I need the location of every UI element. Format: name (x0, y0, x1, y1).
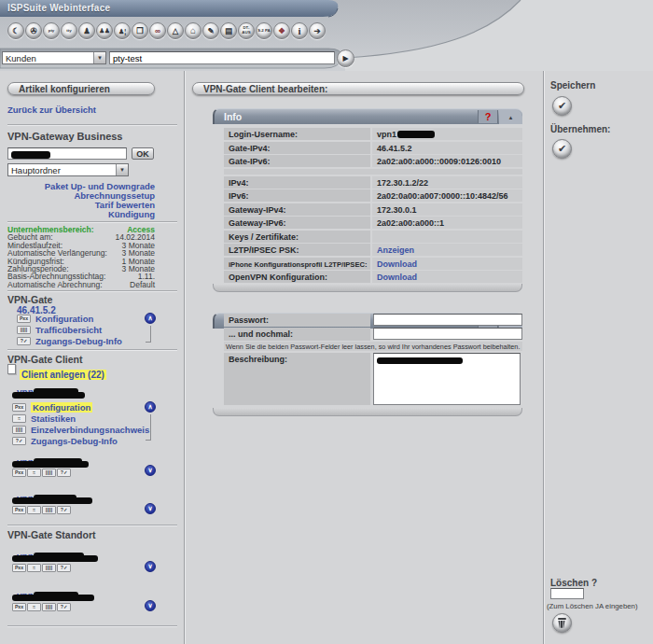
help-button[interactable]: ? (478, 110, 498, 123)
trash-icon (558, 618, 566, 628)
pair-icon[interactable]: ∞ (149, 22, 166, 39)
redacted-value (12, 497, 92, 504)
config-icon[interactable]: Pxx (12, 469, 26, 477)
left-divider (184, 71, 185, 644)
expand-down-icon[interactable]: ∨ (145, 503, 156, 514)
debug-icon[interactable]: ?✓ (57, 564, 71, 572)
password-field[interactable] (373, 314, 522, 326)
collapse-up-icon[interactable]: ∧ (145, 401, 156, 413)
apply-button[interactable]: ✔ (552, 139, 572, 159)
download-link[interactable]: Download (372, 258, 522, 270)
divider (7, 625, 177, 626)
vpn-gate-standort-heading: VPN-Gate Standort (7, 529, 96, 540)
settings-panel-footer (213, 408, 522, 416)
password-repeat-field[interactable] (373, 328, 522, 340)
traffic-icon[interactable]: ||||| (42, 469, 56, 477)
house-icon[interactable]: ⌂ (185, 22, 201, 39)
pty-icon[interactable]: pty (43, 22, 60, 39)
client-anlegen-link[interactable]: Client anlegen (22) (20, 365, 106, 382)
info-row: Gate-IPv4:46.41.5.2 (224, 142, 522, 154)
hand-cards-icon[interactable]: ❖ (273, 22, 290, 39)
folder-select[interactable]: Hauptordner ▼ (7, 163, 129, 176)
config-icon: Pxx (17, 315, 31, 323)
persons-icon[interactable]: ♟♟ (96, 22, 113, 39)
expand-down-icon[interactable]: ∨ (145, 561, 156, 572)
debug-icon[interactable]: ?✓ (57, 603, 71, 611)
customer-name-field[interactable] (7, 147, 127, 160)
info-row: Gate-IPv6:2a02:a00:a000::0009:0126:0010 (224, 155, 522, 167)
folder-select-value: Hauptordner (8, 164, 116, 175)
redacted-value (11, 151, 50, 159)
redacted-value (12, 461, 89, 468)
client-shortcut-icons: Pxx≈|||||?✓ (12, 506, 71, 514)
sidebar-item-trafficuebersicht[interactable]: |||||Trafficübersicht (17, 325, 102, 335)
traffic-icon: ||||| (12, 426, 26, 434)
sidebar-item-zugangs-debug-info[interactable]: ?✓Zugangs-Debug-Info (17, 336, 122, 346)
tty-icon[interactable]: tty (61, 22, 77, 39)
download-link[interactable]: Download (372, 271, 522, 283)
back-to-overview-link[interactable]: Zurück zur Übersicht (7, 105, 96, 115)
sidebar-item-zugangs-debug-info[interactable]: ?✓Zugangs-Debug-Info (12, 436, 118, 446)
config-icon[interactable]: Pxx (12, 506, 26, 514)
document-icon[interactable]: ▤ (220, 22, 237, 39)
pyramid-icon[interactable]: △ (167, 22, 184, 39)
save-button[interactable]: ✔ (552, 96, 572, 116)
collapse-up-icon[interactable]: ∧ (145, 313, 156, 324)
debug-icon[interactable]: ?✓ (57, 506, 71, 514)
person-list-icon[interactable]: ♟¦ (114, 22, 131, 39)
info-row: IPv4:172.30.1.2/22 (224, 176, 522, 189)
dt-aus-icon[interactable]: DT- AUS (238, 22, 255, 39)
save-label: Speichern (550, 80, 595, 91)
divider (7, 124, 177, 125)
sidebar-item-konfiguration[interactable]: PxxKonfiguration (17, 314, 93, 324)
sidebar-item-konfiguration[interactable]: PxxKonfiguration (12, 402, 92, 413)
stats-icon[interactable]: ≈ (27, 506, 41, 514)
config-icon[interactable]: Pxx (12, 603, 26, 611)
apply-label: Übernehmen: (550, 124, 610, 134)
info-icon[interactable]: i (291, 22, 308, 39)
sidebar-item-einzelverbindungsnachweis[interactable]: |||||Einzelverbindungsnachweis (12, 425, 149, 435)
search-category-select[interactable]: Kunden ▼ (2, 51, 106, 64)
night-icon[interactable]: ☾ (7, 22, 24, 39)
chevron-down-icon[interactable]: ▼ (116, 164, 128, 175)
tree-bracket (146, 326, 151, 343)
s2pa-icon[interactable]: S.2 PA (256, 22, 272, 39)
anzeigen-link[interactable]: Anzeigen (372, 244, 522, 256)
expand-down-icon[interactable]: ∨ (145, 600, 156, 611)
debug-icon: ?✓ (17, 337, 31, 345)
redacted-value (397, 131, 435, 138)
delete-confirm-input[interactable] (550, 588, 584, 599)
person-icon[interactable]: ♟ (78, 22, 95, 39)
stats-icon[interactable]: ≈ (27, 469, 41, 477)
info-row: IPv6:2a02:0a00:a007:0000::10:4842/56 (224, 189, 522, 202)
stats-icon[interactable]: ≈ (27, 564, 41, 572)
delete-button[interactable] (552, 613, 572, 633)
delete-hint: (Zum Löschen JA eingeben) (547, 602, 653, 610)
description-label: Beschreibung: (224, 353, 370, 405)
expand-down-icon[interactable]: ∨ (145, 465, 156, 476)
traffic-icon[interactable]: ||||| (42, 603, 56, 611)
chevron-down-icon[interactable]: ▼ (93, 52, 105, 63)
debug-icon[interactable]: ?✓ (57, 469, 71, 477)
debug-icon: ?✓ (12, 437, 26, 445)
check-icon: ✔ (558, 100, 566, 112)
ok-button[interactable]: OK (132, 147, 154, 160)
info-row: iPhone Konfigurationsprofil L2TP/IPSEC:D… (224, 258, 522, 270)
search-go-button[interactable]: ▶ (337, 49, 354, 67)
sidebar-item-statistiken[interactable]: ≈Statistiken (12, 413, 76, 424)
config-icon[interactable]: Pxx (12, 564, 26, 572)
traffic-icon[interactable]: ||||| (42, 506, 56, 514)
divider (7, 221, 177, 222)
configure-article-button[interactable]: Artikel konfigurieren (7, 82, 155, 95)
cube-icon[interactable]: ❒ (132, 22, 148, 39)
stats-icon[interactable]: ≈ (27, 603, 41, 611)
ispsuite-window: ISPSuite Webinterface ☾ ✇ pty tty ♟ ♟♟ ♟… (0, 0, 653, 644)
search-input[interactable] (109, 51, 335, 64)
description-textarea[interactable] (373, 353, 521, 405)
collapse-button[interactable]: ▲ (499, 110, 522, 124)
traffic-icon[interactable]: ||||| (42, 564, 56, 572)
cart-icon[interactable]: ✇ (25, 22, 42, 39)
document-edit-icon[interactable]: ✎ (202, 22, 219, 39)
logout-icon[interactable]: ➔ (309, 22, 326, 39)
link-kuendigung[interactable]: Kündigung (7, 209, 155, 219)
